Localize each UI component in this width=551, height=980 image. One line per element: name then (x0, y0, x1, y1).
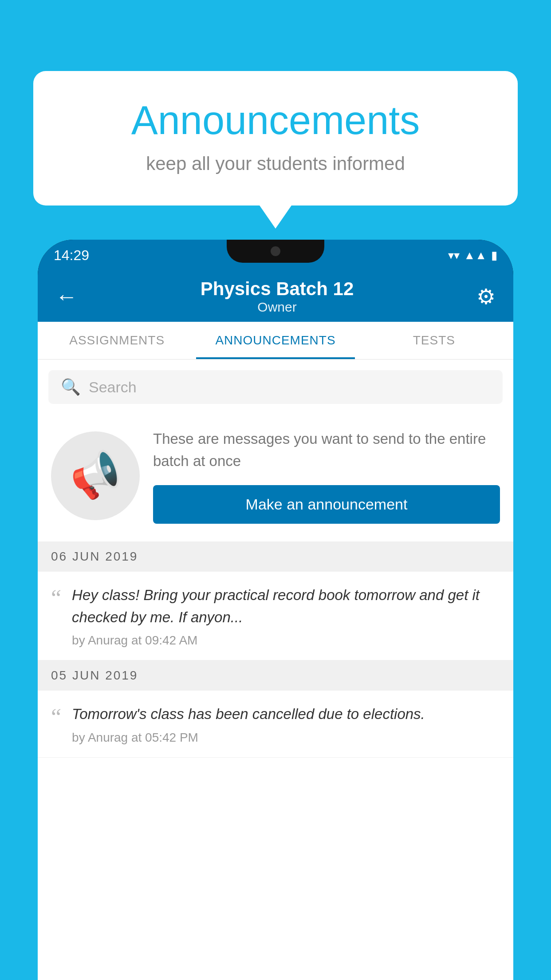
promo-description: These are messages you want to send to t… (153, 428, 500, 472)
announcement-content-2: Tomorrow's class has been cancelled due … (72, 703, 500, 745)
date-header-2: 05 JUN 2019 (38, 660, 513, 691)
phone-camera (271, 246, 280, 256)
search-icon: 🔍 (61, 378, 81, 396)
app-header: ← Physics Batch 12 Owner ⚙ (38, 271, 513, 322)
announcement-text-2: Tomorrow's class has been cancelled due … (72, 703, 500, 725)
search-bar[interactable]: 🔍 Search (48, 370, 503, 404)
quote-icon-2: “ (51, 706, 61, 729)
content-area: 🔍 Search 📢 These are messages you want t… (38, 360, 513, 980)
back-button[interactable]: ← (55, 284, 78, 309)
bubble-title: Announcements (69, 98, 482, 143)
tabs-bar: ASSIGNMENTS ANNOUNCEMENTS TESTS (38, 322, 513, 360)
announcement-item-1[interactable]: “ Hey class! Bring your practical record… (38, 572, 513, 660)
announcement-author-1: by Anurag at 09:42 AM (72, 633, 500, 648)
speech-bubble-container: Announcements keep all your students inf… (33, 71, 518, 205)
batch-title: Physics Batch 12 (201, 278, 354, 300)
announcement-content-1: Hey class! Bring your practical record b… (72, 584, 500, 648)
status-time: 14:29 (54, 247, 89, 264)
quote-icon-1: “ (51, 587, 61, 610)
speech-bubble: Announcements keep all your students inf… (33, 71, 518, 205)
promo-section: 📢 These are messages you want to send to… (38, 415, 513, 541)
phone-notch (227, 240, 324, 263)
wifi-icon: ▾▾ (448, 249, 460, 262)
phone-mockup: 14:29 ▾▾ ▲▲ ▮ ← Physics Batch 12 Owner ⚙… (38, 240, 513, 980)
make-announcement-button[interactable]: Make an announcement (153, 485, 500, 524)
signal-icon: ▲▲ (464, 249, 487, 262)
settings-icon[interactable]: ⚙ (476, 284, 496, 309)
announcement-text-1: Hey class! Bring your practical record b… (72, 584, 500, 628)
bubble-subtitle: keep all your students informed (69, 153, 482, 174)
announcement-item-2[interactable]: “ Tomorrow's class has been cancelled du… (38, 691, 513, 758)
tab-assignments[interactable]: ASSIGNMENTS (38, 322, 196, 359)
date-header-1: 06 JUN 2019 (38, 541, 513, 572)
promo-icon-circle: 📢 (51, 431, 140, 520)
tab-tests[interactable]: TESTS (355, 322, 513, 359)
battery-icon: ▮ (491, 249, 497, 262)
search-placeholder: Search (89, 379, 137, 396)
announcement-author-2: by Anurag at 05:42 PM (72, 731, 500, 745)
status-icons: ▾▾ ▲▲ ▮ (448, 249, 497, 262)
tab-announcements[interactable]: ANNOUNCEMENTS (196, 322, 354, 359)
header-center: Physics Batch 12 Owner (201, 278, 354, 315)
promo-right: These are messages you want to send to t… (153, 428, 500, 524)
megaphone-icon: 📢 (64, 446, 126, 506)
batch-role: Owner (201, 300, 354, 315)
